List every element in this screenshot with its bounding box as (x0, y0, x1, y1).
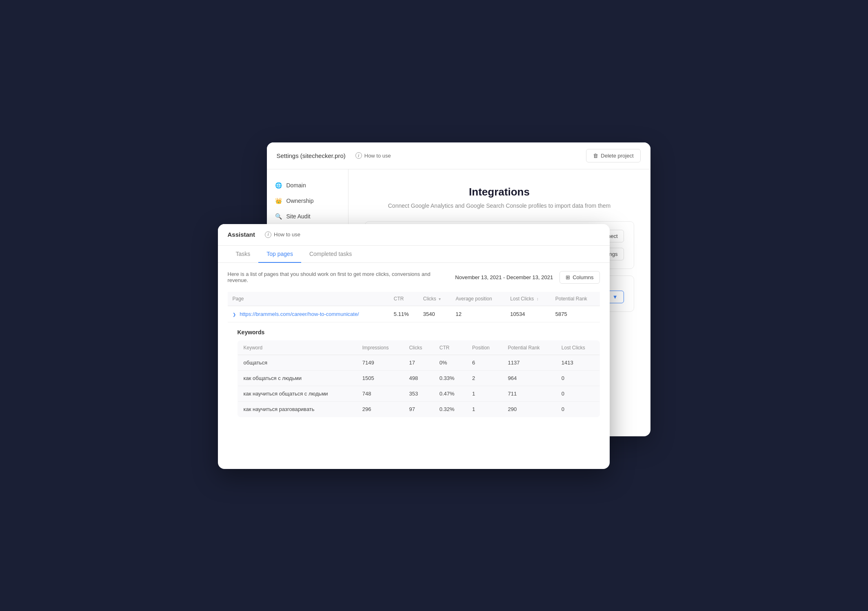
kw-potential-rank: 964 (502, 370, 556, 386)
integrations-subtitle: Connect Google Analytics and Google Sear… (365, 202, 634, 209)
tab-top-pages[interactable]: Top pages (258, 246, 301, 263)
chevron-down-icon: ▼ (613, 294, 618, 300)
kw-lost-clicks: 0 (556, 370, 599, 386)
kw-lost-clicks: 0 (556, 401, 599, 417)
kw-col-potential-rank: Potential Rank (502, 340, 556, 355)
kw-col-keyword: Keyword (238, 340, 357, 355)
sidebar-site-audit-label: Site Audit (286, 213, 311, 220)
keywords-title: Keywords (238, 329, 600, 335)
kw-keyword: как научиться разговаривать (238, 401, 357, 417)
keyword-row: как общаться с людьми 1505 498 0.33% 2 9… (238, 370, 599, 386)
col-potential-rank: Potential Rank (551, 292, 600, 306)
bug-icon: 🔍 (275, 213, 282, 220)
sidebar-item-site-audit[interactable]: 🔍 Site Audit (267, 209, 348, 224)
trash-icon: 🗑 (593, 153, 598, 159)
kw-keyword: общаться (238, 355, 357, 370)
clicks-cell: 3540 (418, 306, 451, 322)
kw-clicks: 353 (403, 386, 433, 401)
kw-impressions: 1505 (357, 370, 404, 386)
table-row: ❯ https://brammels.com/career/how-to-com… (228, 306, 600, 322)
sidebar-domain-label: Domain (286, 182, 306, 189)
potential-rank-cell: 5875 (551, 306, 600, 322)
pages-table: Page CTR Clicks ▾ Average position Lost … (228, 292, 600, 322)
sort-icon-2: ↕ (537, 297, 539, 301)
columns-icon: ⊞ (566, 274, 570, 280)
kw-ctr: 0% (434, 355, 466, 370)
kw-position: 2 (466, 370, 502, 386)
assistant-body: Here is a list of pages that you should … (218, 263, 610, 463)
col-avg-position: Average position (451, 292, 505, 306)
keyword-row: как научиться общаться с людьми 748 353 … (238, 386, 599, 401)
sidebar-item-domain[interactable]: 🌐 Domain (267, 178, 348, 193)
kw-potential-rank: 711 (502, 386, 556, 401)
keyword-row: как научиться разговаривать 296 97 0.32%… (238, 401, 599, 417)
assistant-how-to-use-label: How to use (274, 231, 300, 238)
columns-label: Columns (573, 274, 593, 280)
kw-ctr: 0.33% (434, 370, 466, 386)
chevron-down-icon-row[interactable]: ❯ (233, 312, 236, 317)
keywords-table: Keyword Impressions Clicks CTR Position … (238, 340, 600, 417)
assistant-info-icon: i (265, 231, 271, 238)
lost-clicks-cell: 10534 (505, 306, 550, 322)
assistant-window: Assistant i How to use Tasks Top pages C… (218, 224, 610, 469)
assistant-title: Assistant (228, 231, 255, 238)
tab-completed-tasks[interactable]: Completed tasks (301, 246, 360, 263)
col-page: Page (228, 292, 389, 306)
kw-clicks: 17 (403, 355, 433, 370)
kw-clicks: 498 (403, 370, 433, 386)
assistant-tabs: Tasks Top pages Completed tasks (218, 246, 610, 263)
kw-ctr: 0.47% (434, 386, 466, 401)
kw-lost-clicks: 1413 (556, 355, 599, 370)
kw-position: 6 (466, 355, 502, 370)
settings-titlebar-left: Settings (sitechecker.pro) i How to use (277, 151, 394, 160)
settings-window-title: Settings (sitechecker.pro) (277, 152, 346, 159)
sidebar-item-ownership[interactable]: 👑 Ownership (267, 193, 348, 209)
kw-ctr: 0.32% (434, 401, 466, 417)
kw-position: 1 (466, 401, 502, 417)
tab-tasks[interactable]: Tasks (228, 246, 259, 263)
col-clicks: Clicks ▾ (418, 292, 451, 306)
ctr-cell: 5.11% (389, 306, 418, 322)
settings-titlebar: Settings (sitechecker.pro) i How to use … (267, 142, 650, 169)
kw-impressions: 7149 (357, 355, 404, 370)
delete-project-label: Delete project (601, 153, 633, 159)
avg-position-cell: 12 (451, 306, 505, 322)
assistant-how-to-use-btn[interactable]: i How to use (262, 230, 304, 240)
kw-impressions: 748 (357, 386, 404, 401)
kw-keyword: как общаться с людьми (238, 370, 357, 386)
columns-button[interactable]: ⊞ Columns (559, 271, 599, 284)
kw-col-lost-clicks: Lost Clicks (556, 340, 599, 355)
description-text: Here is a list of pages that you should … (228, 271, 449, 283)
kw-position: 1 (466, 386, 502, 401)
date-range: November 13, 2021 - December 13, 2021 (455, 274, 553, 280)
kw-potential-rank: 290 (502, 401, 556, 417)
kw-clicks: 97 (403, 401, 433, 417)
kw-potential-rank: 1137 (502, 355, 556, 370)
kw-impressions: 296 (357, 401, 404, 417)
page-cell: ❯ https://brammels.com/career/how-to-com… (228, 306, 389, 322)
sidebar-ownership-label: Ownership (286, 198, 314, 204)
globe-icon: 🌐 (275, 182, 282, 189)
description-bar: Here is a list of pages that you should … (228, 271, 600, 284)
col-ctr: CTR (389, 292, 418, 306)
info-icon: i (355, 152, 362, 159)
kw-col-impressions: Impressions (357, 340, 404, 355)
col-lost-clicks: Lost Clicks ↕ (505, 292, 550, 306)
keyword-row: общаться 7149 17 0% 6 1137 1413 (238, 355, 599, 370)
settings-how-to-use-btn[interactable]: i How to use (352, 151, 394, 160)
assistant-titlebar: Assistant i How to use (218, 224, 610, 246)
crown-icon: 👑 (275, 197, 282, 204)
keywords-section: Keywords Keyword Impressions Clicks CTR … (228, 322, 600, 417)
kw-keyword: как научиться общаться с людьми (238, 386, 357, 401)
integrations-title: Integrations (365, 186, 634, 198)
kw-col-clicks: Clicks (403, 340, 433, 355)
kw-col-position: Position (466, 340, 502, 355)
kw-lost-clicks: 0 (556, 386, 599, 401)
settings-how-to-use-label: How to use (364, 153, 391, 159)
delete-project-button[interactable]: 🗑 Delete project (586, 149, 640, 162)
page-url-link[interactable]: https://brammels.com/career/how-to-commu… (240, 311, 359, 317)
kw-col-ctr: CTR (434, 340, 466, 355)
sort-icon: ▾ (439, 297, 441, 301)
